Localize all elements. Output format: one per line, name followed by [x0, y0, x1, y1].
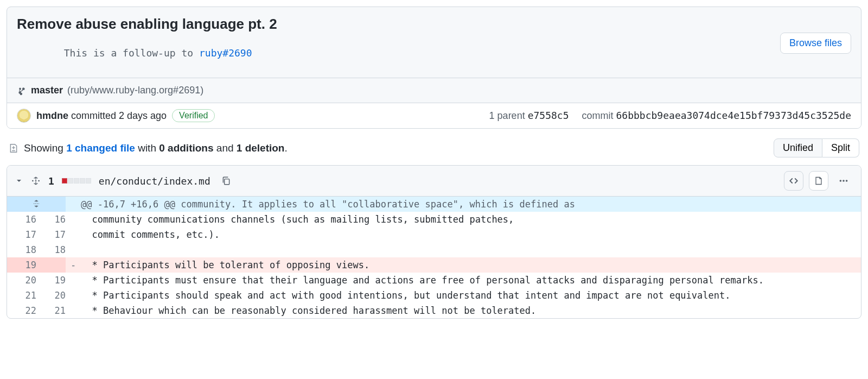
- svg-point-6: [846, 180, 848, 182]
- commit-sha-block: commit 66bbbcb9eaea3074dce4e15bf79373d45…: [582, 110, 851, 122]
- commit-meta-row: hmdne committed 2 days ago Verified 1 pa…: [7, 103, 861, 128]
- summary-showing: Showing: [24, 142, 66, 154]
- committed-text: committed 2 days ago: [68, 110, 167, 121]
- hunk-text: @@ -16,7 +16,6 @@ community. It applies …: [81, 197, 861, 212]
- diffstat: [62, 178, 91, 184]
- author-link[interactable]: hmdne: [36, 110, 68, 121]
- chevron-down-icon[interactable]: [15, 176, 23, 185]
- diff-view-toggle: Unified Split: [774, 138, 859, 157]
- verified-badge[interactable]: Verified: [172, 109, 215, 122]
- diff-table: @@ -16,7 +16,6 @@ community. It applies …: [7, 197, 861, 318]
- diff-line: 1818: [7, 242, 861, 257]
- avatar[interactable]: [17, 109, 31, 123]
- commit-sha: 66bbbcb9eaea3074dce4e15bf79373d45c3525de: [616, 110, 851, 121]
- commit-desc-prefix: This is a follow-up to: [64, 47, 199, 59]
- file-change-count: 1: [48, 175, 54, 187]
- diffstat-del: [62, 178, 67, 184]
- diff-line: 2019 * Participants must ensure that the…: [7, 273, 861, 288]
- summary-and: and: [214, 142, 237, 154]
- summary-text: Showing 1 changed file with 0 additions …: [24, 142, 288, 154]
- git-branch-icon: [17, 86, 27, 96]
- split-button[interactable]: Split: [822, 138, 859, 157]
- diffstat-ctx: [86, 178, 91, 184]
- parent-label: 1 parent: [489, 110, 528, 121]
- commit-label: commit: [582, 110, 616, 121]
- hunk-header: @@ -16,7 +16,6 @@ community. It applies …: [7, 197, 861, 212]
- changed-files-link[interactable]: 1 changed file: [66, 142, 135, 154]
- unified-button[interactable]: Unified: [774, 138, 822, 157]
- copy-path-button[interactable]: [218, 175, 234, 186]
- branch-ref: (ruby/www.ruby-lang.org#2691): [67, 85, 203, 96]
- summary-additions: 0 additions: [159, 142, 213, 154]
- svg-point-2: [39, 181, 39, 181]
- svg-point-1: [35, 181, 36, 181]
- commit-title: Remove abuse enabling language pt. 2: [17, 16, 277, 33]
- svg-point-4: [840, 180, 842, 182]
- view-file-button[interactable]: [809, 171, 828, 191]
- parent-sha[interactable]: e7558c5: [528, 110, 569, 121]
- file-menu-button[interactable]: [834, 171, 853, 191]
- summary-with: with: [135, 142, 159, 154]
- diff-summary-left: Showing 1 changed file with 0 additions …: [9, 142, 288, 154]
- diff-summary-row: Showing 1 changed file with 0 additions …: [7, 129, 861, 165]
- diff-line: 2221 * Behaviour which can be reasonably…: [7, 303, 861, 318]
- commit-meta-left: hmdne committed 2 days ago Verified: [17, 109, 215, 123]
- file-diff-icon: [9, 143, 18, 154]
- diff-line: 1616 community communications channels (…: [7, 212, 861, 227]
- commit-header-text: Remove abuse enabling language pt. 2 Thi…: [17, 16, 277, 70]
- diff-line-deleted: 19- * Participants will be tolerant of o…: [7, 257, 861, 273]
- svg-point-0: [33, 181, 33, 181]
- commit-header: Remove abuse enabling language pt. 2 Thi…: [7, 7, 861, 78]
- diffstat-ctx: [68, 178, 73, 184]
- diff-line: 1717 commit comments, etc.).: [7, 227, 861, 242]
- svg-point-5: [843, 180, 845, 182]
- commit-desc-link[interactable]: ruby#2690: [199, 47, 252, 59]
- branch-row: master (ruby/www.ruby-lang.org#2691): [7, 78, 861, 103]
- expand-all-icon[interactable]: [31, 176, 41, 186]
- diffstat-ctx: [80, 178, 85, 184]
- file-path[interactable]: en/conduct/index.md: [99, 175, 210, 187]
- parent-block: 1 parent e7558c5: [489, 110, 569, 122]
- file-actions: [784, 171, 853, 191]
- diff-line: 2120 * Participants should speak and act…: [7, 288, 861, 303]
- diffstat-ctx: [74, 178, 79, 184]
- commit-meta-right: 1 parent e7558c5 commit 66bbbcb9eaea3074…: [489, 110, 851, 122]
- expand-hunk[interactable]: [7, 197, 66, 212]
- summary-deletions: 1 deletion: [237, 142, 285, 154]
- branch-name[interactable]: master: [31, 85, 63, 96]
- view-source-button[interactable]: [784, 171, 803, 191]
- commit-box: Remove abuse enabling language pt. 2 Thi…: [7, 7, 861, 129]
- commit-description: This is a follow-up to ruby#2690: [17, 36, 277, 70]
- file-header: 1 en/conduct/index.md: [7, 166, 861, 197]
- file-box: 1 en/conduct/index.md: [7, 165, 861, 319]
- summary-period: .: [284, 142, 287, 154]
- browse-files-button[interactable]: Browse files: [780, 33, 851, 54]
- author-block: hmdne committed 2 days ago: [36, 110, 167, 122]
- svg-rect-3: [224, 179, 229, 185]
